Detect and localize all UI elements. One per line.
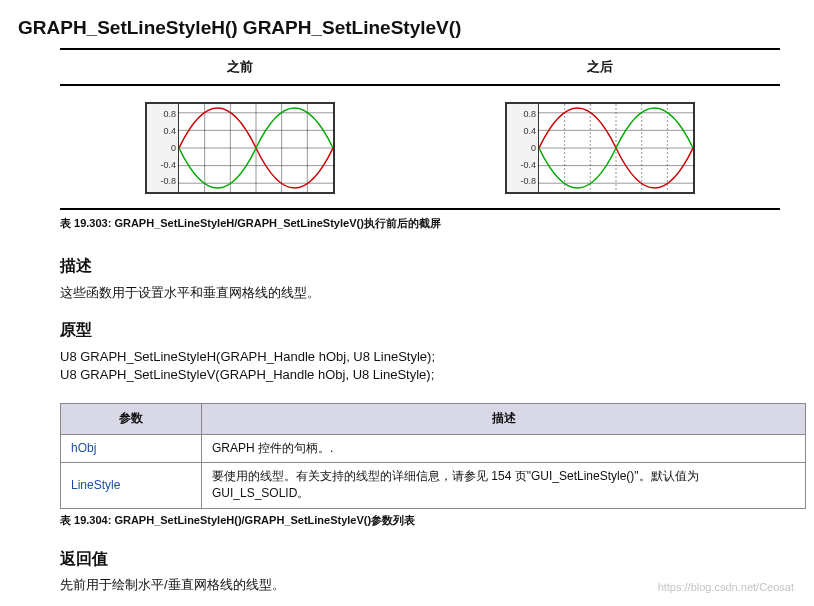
- param-desc: 要使用的线型。有关支持的线型的详细信息，请参见 154 页"GUI_SetLin…: [202, 463, 806, 509]
- ytick: 0.8: [509, 110, 536, 119]
- section-return-header: 返回值: [60, 547, 796, 570]
- watermark: https://blog.csdn.net/Ceosat: [658, 580, 794, 596]
- section-prototype-header: 原型: [60, 318, 796, 341]
- y-axis-labels: 0.8 0.4 0 -0.4 -0.8: [507, 104, 539, 192]
- ytick: 0: [509, 144, 536, 153]
- compare-table: 之前 之后 0.8 0.4 0 -0.4 -0.8: [60, 48, 780, 211]
- compare-header-before: 之前: [60, 50, 420, 86]
- parameter-table: 参数 描述 hObj GRAPH 控件的句柄。. LineStyle 要使用的线…: [60, 403, 806, 509]
- ytick: 0.4: [149, 127, 176, 136]
- param-desc: GRAPH 控件的句柄。.: [202, 434, 806, 462]
- plot-area-before: [179, 104, 333, 192]
- table-row: LineStyle 要使用的线型。有关支持的线型的详细信息，请参见 154 页"…: [61, 463, 806, 509]
- page-title: GRAPH_SetLineStyleH() GRAPH_SetLineStyle…: [18, 14, 796, 42]
- prototype-code: U8 GRAPH_SetLineStyleH(GRAPH_Handle hObj…: [60, 348, 796, 386]
- compare-header-after: 之后: [420, 50, 780, 86]
- ytick: -0.8: [149, 177, 176, 186]
- caption-table-2: 表 19.304: GRAPH_SetLineStyleH()/GRAPH_Se…: [60, 513, 796, 529]
- section-description-header: 描述: [60, 254, 796, 277]
- ytick: -0.4: [149, 161, 176, 170]
- param-name: hObj: [61, 434, 202, 462]
- param-header-name: 参数: [61, 404, 202, 434]
- plot-area-after: [539, 104, 693, 192]
- chart-after: 0.8 0.4 0 -0.4 -0.8: [505, 102, 695, 194]
- ytick: 0.8: [149, 110, 176, 119]
- chart-before: 0.8 0.4 0 -0.4 -0.8: [145, 102, 335, 194]
- section-description-text: 这些函数用于设置水平和垂直网格线的线型。: [60, 284, 796, 303]
- param-header-desc: 描述: [202, 404, 806, 434]
- ytick: -0.8: [509, 177, 536, 186]
- ytick: -0.4: [509, 161, 536, 170]
- ytick: 0.4: [509, 127, 536, 136]
- table-row: hObj GRAPH 控件的句柄。.: [61, 434, 806, 462]
- caption-figure-1: 表 19.303: GRAPH_SetLineStyleH/GRAPH_SetL…: [60, 216, 796, 232]
- param-name: LineStyle: [61, 463, 202, 509]
- y-axis-labels: 0.8 0.4 0 -0.4 -0.8: [147, 104, 179, 192]
- ytick: 0: [149, 144, 176, 153]
